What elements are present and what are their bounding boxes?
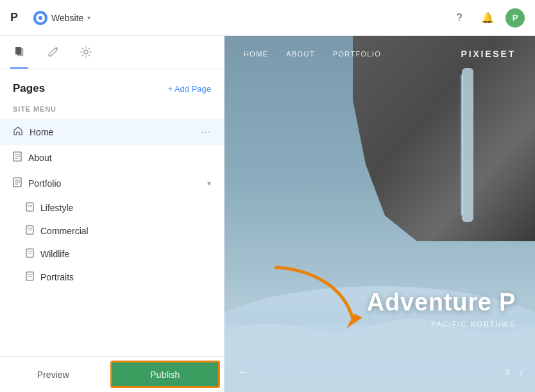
top-bar: P Website ▾ ? 🔔 P xyxy=(0,0,535,36)
nav-link-about: ABOUT xyxy=(286,50,315,58)
sidebar-tabs xyxy=(0,36,224,69)
page-icon-portraits xyxy=(26,271,34,283)
nav-link-portfolio: PORTFOLIO xyxy=(333,50,381,58)
style-icon xyxy=(46,46,59,58)
website-preview: HOME ABOUT PORTFOLIO PIXIESET Adventure … xyxy=(225,36,535,392)
sidebar: Pages + Add Page SITE MENU Home ··· Abou… xyxy=(0,36,225,392)
page-icon-portfolio xyxy=(13,177,22,190)
page-icon-wildlife xyxy=(26,248,34,260)
portfolio-sub-items: Lifestyle Commercial Wildlife xyxy=(0,196,224,289)
svg-rect-1 xyxy=(17,48,23,56)
bell-icon: 🔔 xyxy=(481,12,494,24)
nav-item-portfolio[interactable]: Portfolio ▾ xyxy=(0,171,224,196)
page-icon-lifestyle xyxy=(26,202,34,214)
brand-chevron-icon: ▾ xyxy=(87,14,90,21)
nav-sub-item-commercial-label: Commercial xyxy=(40,226,89,236)
chevron-icon: ▾ xyxy=(207,179,211,188)
hero-subtitle: PACIFIC NORTHWE xyxy=(367,320,516,328)
brand-name: Website xyxy=(51,13,83,23)
website-nav: HOME ABOUT PORTFOLIO PIXIESET xyxy=(225,36,535,72)
more-options-icon[interactable]: ··· xyxy=(201,126,211,138)
svg-rect-25 xyxy=(462,68,473,222)
brand-icon xyxy=(33,11,47,25)
help-icon: ? xyxy=(457,12,463,24)
nav-sub-item-portraits[interactable]: Portraits xyxy=(13,266,224,289)
settings-icon xyxy=(80,46,92,58)
top-bar-actions: ? 🔔 P xyxy=(449,8,525,28)
page-icon-commercial xyxy=(26,225,34,237)
website-brand-logo: PIXIESET xyxy=(461,49,516,59)
page-icon-about xyxy=(13,151,22,164)
hero-title: Adventure P xyxy=(367,289,516,316)
publish-button[interactable]: Publish xyxy=(110,361,221,388)
preview-button[interactable]: Preview xyxy=(0,357,106,392)
nav-sub-item-portraits-label: Portraits xyxy=(40,272,74,282)
main-content: Pages + Add Page SITE MENU Home ··· Abou… xyxy=(0,36,535,392)
sidebar-footer: Preview Publish xyxy=(0,356,224,392)
page-slash: / xyxy=(520,368,522,377)
nav-item-portfolio-label: Portfolio xyxy=(28,178,205,189)
tab-pages[interactable] xyxy=(10,36,28,69)
sidebar-body: Pages + Add Page SITE MENU Home ··· Abou… xyxy=(0,69,224,356)
nav-sub-item-commercial[interactable]: Commercial xyxy=(13,219,224,243)
hero-scene xyxy=(225,36,535,392)
pages-icon xyxy=(13,46,26,58)
website-footer-nav: ← 3 / xyxy=(237,366,522,379)
sidebar-title: Pages xyxy=(13,82,45,95)
home-icon xyxy=(13,126,23,139)
brand-selector[interactable]: Website ▾ xyxy=(28,8,96,28)
website-nav-links: HOME ABOUT PORTFOLIO xyxy=(244,50,381,58)
section-label: SITE MENU xyxy=(0,105,224,119)
nav-item-home-label: Home xyxy=(30,127,201,137)
nav-item-about[interactable]: About xyxy=(0,145,224,171)
help-button[interactable]: ? xyxy=(449,8,470,28)
user-avatar[interactable]: P xyxy=(505,8,525,28)
website-preview-content: HOME ABOUT PORTFOLIO PIXIESET Adventure … xyxy=(225,36,535,392)
notifications-button[interactable]: 🔔 xyxy=(477,8,498,28)
svg-rect-26 xyxy=(461,74,463,216)
tab-settings[interactable] xyxy=(77,36,95,69)
nav-link-home: HOME xyxy=(244,50,268,58)
nav-item-home[interactable]: Home ··· xyxy=(0,119,224,145)
sidebar-header: Pages + Add Page xyxy=(0,82,224,105)
tab-style[interactable] xyxy=(44,36,62,69)
svg-point-2 xyxy=(84,50,88,54)
nav-sub-item-wildlife-label: Wildlife xyxy=(40,249,69,259)
app-logo[interactable]: P xyxy=(10,11,18,24)
nav-sub-item-lifestyle[interactable]: Lifestyle xyxy=(13,196,224,219)
nav-item-about-label: About xyxy=(28,153,211,163)
nav-sub-item-wildlife[interactable]: Wildlife xyxy=(13,243,224,266)
hero-text: Adventure P PACIFIC NORTHWE xyxy=(367,289,516,328)
prev-arrow[interactable]: ← xyxy=(237,366,249,379)
page-number: 3 xyxy=(505,368,509,377)
nav-sub-item-lifestyle-label: Lifestyle xyxy=(40,203,73,213)
add-page-button[interactable]: + Add Page xyxy=(167,84,211,94)
